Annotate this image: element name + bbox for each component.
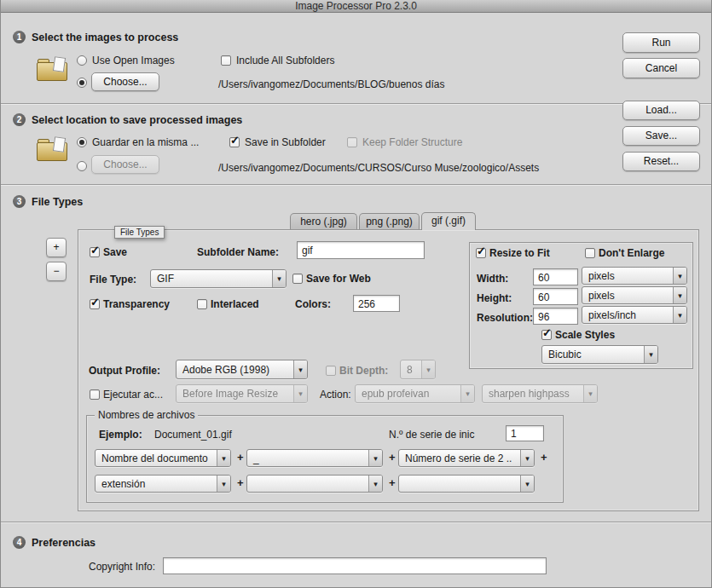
file-type-label: File Type: — [90, 274, 136, 285]
output-profile-dropdown[interactable]: Adobe RGB (1998) ▾ — [176, 360, 308, 379]
destination-path-text: /Users/ivangomez/Documents/CURSOS/Curso … — [218, 162, 539, 174]
dropdown-arrow-icon: ▾ — [272, 270, 286, 287]
dropdown-arrow-icon: ▾ — [673, 307, 686, 323]
dont-enlarge-checkbox[interactable] — [585, 248, 595, 258]
tab-png-png[interactable]: png (.png) — [359, 213, 420, 229]
destination-folder-icon — [37, 136, 69, 164]
divider-1 — [1, 103, 711, 105]
keep-folder-structure-checkbox — [347, 137, 357, 147]
subfolder-name-field[interactable]: gif — [297, 241, 425, 259]
bit-depth-label: Bit Depth: — [339, 365, 388, 377]
dropdown-arrow-icon: ▾ — [421, 360, 435, 378]
dropdown-arrow-icon: ▾ — [673, 287, 686, 303]
dropdown-arrow-icon: ▾ — [583, 385, 597, 402]
scale-styles-checkbox[interactable] — [541, 330, 552, 340]
filename-part-1-dropdown[interactable]: Nombre del documento ▾ — [95, 449, 231, 467]
interlaced-checkbox[interactable] — [197, 299, 207, 309]
output-profile-value: Adobe RGB (1998) — [177, 364, 293, 376]
plus-separator: + — [389, 476, 396, 489]
choose-source-radio[interactable] — [77, 78, 87, 88]
plus-separator: + — [237, 451, 244, 464]
plus-separator: + — [541, 451, 547, 464]
resize-to-fit-label: Resize to Fit — [489, 247, 550, 259]
tab-gif-gif[interactable]: gif (.gif) — [421, 212, 476, 230]
resolution-unit-dropdown[interactable]: pixels/inch ▾ — [582, 306, 687, 324]
folder-page-shape — [53, 136, 66, 153]
cancel-button[interactable]: Cancel — [622, 58, 700, 78]
filename-part-3-dropdown[interactable]: Número de serie de 2 .. ▾ — [398, 449, 535, 467]
dropdown-arrow-icon: ▾ — [368, 450, 382, 466]
include-all-subfolders-checkbox[interactable] — [221, 55, 231, 66]
example-label: Ejemplo: — [99, 429, 142, 441]
action-label: Action: — [320, 389, 351, 401]
add-file-type-button[interactable]: + — [46, 238, 67, 257]
dropdown-arrow-icon: ▾ — [293, 360, 307, 378]
choose-destination-radio[interactable] — [77, 161, 87, 171]
width-field[interactable]: 60 — [533, 268, 578, 285]
interpolation-dropdown[interactable]: Bicubic ▾ — [541, 345, 658, 364]
step-1-badge: 1 — [13, 31, 26, 43]
dropdown-arrow-icon: ▾ — [293, 385, 307, 402]
colors-label: Colors: — [295, 298, 331, 310]
filename-part-5-dropdown[interactable]: ▾ — [246, 475, 383, 493]
colors-field[interactable]: 256 — [353, 295, 400, 312]
save-settings-button[interactable]: Save... — [622, 126, 700, 146]
tab-hero-jpg[interactable]: hero (.jpg) — [290, 213, 357, 229]
bit-depth-dropdown: 8 ▾ — [400, 360, 436, 379]
use-open-images-radio[interactable] — [77, 55, 87, 66]
height-unit-dropdown[interactable]: pixels ▾ — [582, 286, 687, 304]
transparency-checkbox[interactable] — [90, 299, 100, 309]
choose-destination-button: Choose... — [91, 155, 159, 174]
filename-part-1-value: Nombre del documento — [96, 453, 217, 464]
save-for-web-checkbox[interactable] — [292, 274, 303, 284]
bit-depth-checkbox — [326, 366, 336, 376]
save-type-checkbox[interactable] — [90, 247, 100, 257]
interpolation-value: Bicubic — [542, 349, 644, 360]
save-for-web-label: Save for Web — [306, 273, 371, 285]
dropdown-arrow-icon: ▾ — [644, 346, 657, 363]
save-in-subfolder-label: Save in Subfolder — [245, 136, 326, 148]
step-3-badge: 3 — [13, 195, 26, 208]
run-button[interactable]: Run — [622, 32, 700, 53]
copyright-label: Copyright Info: — [89, 561, 155, 573]
file-type-value: GIF — [151, 273, 272, 285]
step-4-badge: 4 — [13, 536, 26, 549]
reset-button[interactable]: Reset... — [622, 152, 700, 171]
save-same-location-radio[interactable] — [77, 137, 87, 147]
action-set-dropdown: epub profeivan ▾ — [355, 384, 475, 403]
use-open-images-label: Use Open Images — [92, 55, 175, 66]
serial-field[interactable]: 1 — [506, 425, 544, 441]
height-label: Height: — [477, 292, 512, 304]
resolution-label: Resolution: — [477, 312, 533, 324]
file-type-dropdown[interactable]: GIF ▾ — [150, 269, 287, 288]
width-unit-dropdown[interactable]: pixels ▾ — [582, 267, 687, 285]
serial-label: N.º de serie de inic — [389, 429, 474, 441]
action-set-value: epub profeivan — [356, 388, 460, 400]
height-field[interactable]: 60 — [533, 288, 578, 305]
resolution-field[interactable]: 96 — [533, 308, 578, 325]
width-unit-value: pixels — [582, 270, 673, 282]
filename-part-6-dropdown[interactable]: ▾ — [398, 475, 535, 493]
window-titlebar[interactable]: Image Processor Pro 2.3.0 — [1, 0, 711, 13]
section2-title: Select location to save processed images — [32, 114, 242, 126]
resize-to-fit-checkbox[interactable] — [476, 248, 486, 258]
load-button[interactable]: Load... — [622, 101, 700, 120]
run-action-checkbox[interactable] — [90, 389, 100, 400]
include-all-subfolders-label: Include All Subfolders — [236, 55, 334, 66]
image-processor-window: Image Processor Pro 2.3.0 1 Select the i… — [0, 0, 712, 588]
dropdown-arrow-icon: ▾ — [520, 476, 534, 492]
bit-depth-value: 8 — [401, 364, 421, 376]
filename-part-2-dropdown[interactable]: _ ▾ — [246, 449, 383, 467]
copyright-field[interactable] — [163, 557, 547, 574]
filename-part-4-dropdown[interactable]: extensión ▾ — [95, 475, 231, 493]
file-types-tooltip: File Types — [114, 226, 165, 239]
save-in-subfolder-checkbox[interactable] — [229, 137, 240, 147]
choose-source-button[interactable]: Choose... — [91, 72, 159, 91]
scale-styles-label: Scale Styles — [555, 329, 615, 341]
action-name-dropdown: sharpen highpass ▾ — [482, 384, 598, 403]
divider-3 — [1, 522, 711, 523]
remove-file-type-button[interactable]: − — [46, 262, 67, 281]
subfolder-name-label: Subfolder Name: — [197, 246, 279, 258]
window-title: Image Processor Pro 2.3.0 — [295, 0, 417, 12]
filename-part-2-value: _ — [247, 453, 368, 464]
